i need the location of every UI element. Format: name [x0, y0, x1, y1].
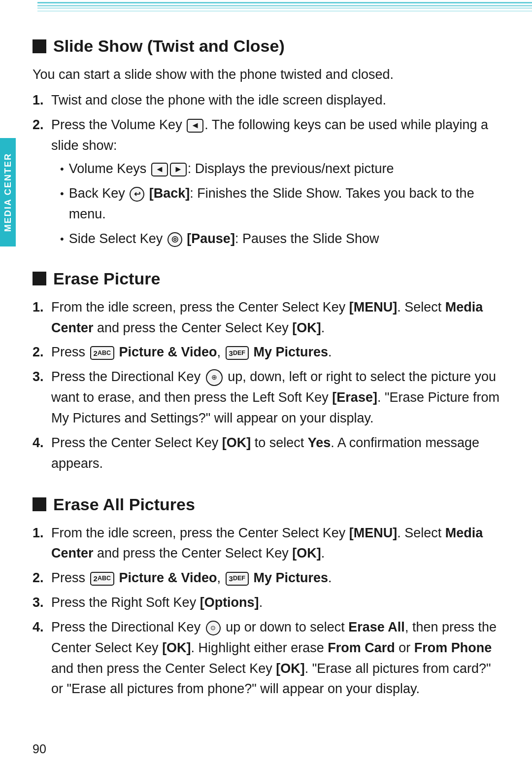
page-number: 90 [33, 742, 46, 756]
options-label: [Options] [200, 595, 259, 610]
erase-pic-step-num-2: 2. [33, 342, 51, 363]
side-tab-bar: MEDIA CENTER [0, 138, 16, 246]
back-key-icon: ↩ [130, 187, 144, 202]
erase-all-step-3: 3. Press the Right Soft Key [Options]. [33, 593, 503, 613]
erase-all-step-4-content: Press the Directional Key ⊙ up or down t… [51, 617, 503, 700]
erase-all-title: Erase All Pictures [53, 495, 195, 514]
volume-key-pair: ◄► [150, 163, 188, 176]
bullet-side-content: Side Select Key ◎ [Pause]: Pauses the Sl… [69, 229, 379, 249]
step-num-2: 2. [33, 115, 51, 253]
side-tab-label: MEDIA CENTER [3, 153, 13, 232]
dir-key-icon-1: ⊕ [206, 369, 223, 386]
from-card-label: From Card [328, 640, 395, 655]
erase-pic-bullet-square [33, 272, 46, 285]
from-phone-label: From Phone [414, 640, 492, 655]
bullet-back-content: Back Key ↩ [Back]: Finishes the Slide Sh… [69, 183, 503, 225]
my-pictures-label-2: My Pictures [253, 570, 328, 585]
vol-right-icon: ► [170, 163, 187, 176]
bullet-back-key: • Back Key ↩ [Back]: Finishes the Slide … [60, 183, 503, 225]
bullet-dot-3: • [60, 231, 64, 247]
bullet-dot-2: • [60, 185, 64, 202]
key-2abc: 2ABC [90, 346, 114, 360]
erase-pic-step-4: 4. Press the Center Select Key [OK] to s… [33, 433, 503, 474]
key-3def-2: 3DEF [226, 572, 249, 586]
top-line-2 [37, 5, 532, 6]
slide-show-bullets: • Volume Keys ◄►: Displays the previous/… [60, 159, 503, 249]
my-pictures-label-1: My Pictures [253, 345, 328, 359]
erase-pic-step-num-4: 4. [33, 433, 51, 474]
erase-label: [Erase] [332, 390, 377, 405]
erase-all-step-2: 2. Press 2ABC Picture & Video, 3DEF My P… [33, 568, 503, 589]
erase-pic-step-3-content: Press the Directional Key ⊕ up, down, le… [51, 367, 503, 429]
bullet-volume-content: Volume Keys ◄►: Displays the previous/ne… [69, 159, 394, 179]
bullet-side-key: • Side Select Key ◎ [Pause]: Pauses the … [60, 229, 503, 249]
side-tab: MEDIA CENTER [0, 0, 19, 772]
erase-pic-step-2-content: Press 2ABC Picture & Video, 3DEF My Pict… [51, 342, 503, 363]
ok-label-1: [OK] [292, 320, 321, 335]
erase-all-step-num-2: 2. [33, 568, 51, 589]
erase-all-step-4: 4. Press the Directional Key ⊙ up or dow… [33, 617, 503, 700]
slide-show-title: Slide Show (Twist and Close) [53, 36, 285, 56]
back-label: [Back] [149, 186, 190, 201]
step-1-content: Twist and close the phone with the idle … [51, 90, 503, 111]
key-2abc-2: 2ABC [90, 572, 114, 586]
top-line-3 [37, 7, 532, 9]
bullet-volume-keys: • Volume Keys ◄►: Displays the previous/… [60, 159, 503, 179]
side-select-key-icon: ◎ [167, 232, 182, 247]
vol-left-icon: ◄ [151, 163, 168, 176]
media-center-label-2: Media Center [51, 526, 483, 561]
erase-picture-steps: 1. From the idle screen, press the Cente… [33, 297, 503, 474]
erase-all-step-1: 1. From the idle screen, press the Cente… [33, 523, 503, 564]
key-3def: 3DEF [226, 346, 249, 360]
media-center-label: Media Center [51, 300, 483, 335]
slide-show-step-1: 1. Twist and close the phone with the id… [33, 90, 503, 111]
dir-key-icon-2: ⊙ [206, 621, 221, 635]
erase-pic-step-1-content: From the idle screen, press the Center S… [51, 297, 503, 339]
volume-left-key: ◄ [187, 119, 203, 133]
slide-show-steps: 1. Twist and close the phone with the id… [33, 90, 503, 253]
slide-show-intro: You can start a slide show with the phon… [33, 65, 503, 85]
top-line-1 [37, 2, 532, 3]
erase-pic-step-4-content: Press the Center Select Key [OK] to sele… [51, 433, 503, 474]
top-decoration-lines [37, 0, 532, 14]
step-num-1: 1. [33, 90, 51, 111]
erase-all-step-2-content: Press 2ABC Picture & Video, 3DEF My Pict… [51, 568, 503, 589]
slide-show-step-2: 2. Press the Volume Key ◄. The following… [33, 115, 503, 253]
slide-show-heading: Slide Show (Twist and Close) [33, 36, 503, 56]
erase-all-step-num-4: 4. [33, 617, 51, 700]
ok-label-3: [OK] [292, 546, 321, 561]
bullet-dot-1: • [60, 161, 64, 177]
erase-pic-step-2: 2. Press 2ABC Picture & Video, 3DEF My P… [33, 342, 503, 363]
erase-all-step-3-content: Press the Right Soft Key [Options]. [51, 593, 503, 613]
erase-picture-title: Erase Picture [53, 269, 160, 288]
ok-label-5: [OK] [276, 661, 304, 676]
menu-label: [MENU] [349, 300, 397, 315]
menu-label-2: [MENU] [349, 526, 397, 540]
erase-all-step-num-3: 3. [33, 593, 51, 613]
erase-all-step-1-content: From the idle screen, press the Center S… [51, 523, 503, 564]
ok-label-2: [OK] [222, 435, 251, 450]
pause-label: [Pause] [187, 231, 235, 246]
top-line-4 [37, 10, 532, 12]
erase-picture-heading: Erase Picture [33, 269, 503, 288]
main-content: Slide Show (Twist and Close) You can sta… [19, 0, 532, 772]
erase-pic-step-1: 1. From the idle screen, press the Cente… [33, 297, 503, 339]
erase-all-steps: 1. From the idle screen, press the Cente… [33, 523, 503, 700]
erase-pic-step-num-3: 3. [33, 367, 51, 429]
picture-video-label: Picture & Video [119, 345, 217, 359]
erase-all-label: Erase All [348, 620, 405, 634]
erase-all-heading: Erase All Pictures [33, 495, 503, 514]
erase-pic-step-3: 3. Press the Directional Key ⊕ up, down,… [33, 367, 503, 429]
erase-all-step-num-1: 1. [33, 523, 51, 564]
section-bullet-square [33, 39, 46, 53]
picture-video-label-2: Picture & Video [119, 570, 217, 585]
step-2-content: Press the Volume Key ◄. The following ke… [51, 115, 503, 253]
erase-all-bullet-square [33, 497, 46, 511]
ok-label-4: [OK] [162, 640, 191, 655]
erase-pic-step-num-1: 1. [33, 297, 51, 339]
yes-label: Yes [308, 435, 331, 450]
page-container: MEDIA CENTER Slide Show (Twist and Close… [0, 0, 532, 772]
